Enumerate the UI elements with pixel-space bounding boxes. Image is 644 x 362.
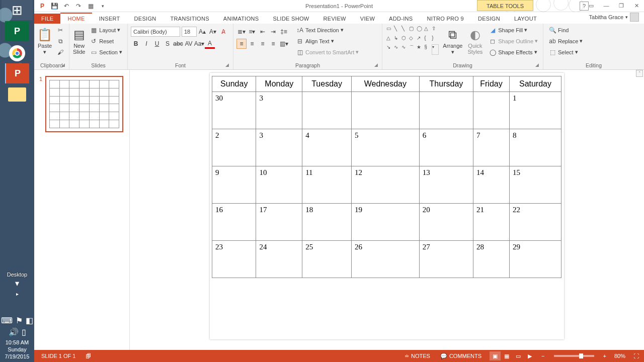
tab-slideshow[interactable]: SLIDE SHOW xyxy=(266,14,316,24)
arrange-button[interactable]: ⧉ Arrange▾ xyxy=(442,25,463,58)
calendar-cell[interactable]: 16 xyxy=(212,204,256,241)
calendar-cell[interactable]: 11 xyxy=(302,166,352,204)
slide-canvas[interactable]: SundayMondayTuesdayWednesdayThursdayFrid… xyxy=(130,70,644,350)
font-name-select[interactable]: Calibri (Body) xyxy=(131,27,180,37)
shape-outline-button[interactable]: ◻Shape Outline ▾ xyxy=(487,36,540,46)
zoom-in-button[interactable]: + xyxy=(603,353,606,359)
calendar-cell[interactable]: 29 xyxy=(509,241,561,278)
minimize-button[interactable]: — xyxy=(599,0,614,11)
calendar-cell[interactable]: 19 xyxy=(351,204,419,241)
select-button[interactable]: ⬚Select ▾ xyxy=(546,47,585,57)
quick-styles-button[interactable]: ◐ Quick Styles xyxy=(466,25,485,58)
zoom-value[interactable]: 80% xyxy=(612,353,627,359)
tab-view[interactable]: VIEW xyxy=(353,14,382,24)
qat-startshow-icon[interactable]: ▦ xyxy=(86,1,96,11)
taskbar-app-chrome[interactable] xyxy=(9,45,25,61)
shape-effects-button[interactable]: ◯Shape Effects ▾ xyxy=(487,47,540,57)
paragraph-launcher[interactable]: ◢ xyxy=(373,62,379,68)
tab-design[interactable]: DESIGN xyxy=(127,14,164,24)
paste-button[interactable]: 📋 Paste▾ xyxy=(37,25,52,58)
zoom-out-button[interactable]: − xyxy=(541,353,544,359)
text-direction-button[interactable]: ↕AText Direction ▾ xyxy=(294,25,361,35)
clipboard-launcher[interactable]: ◢ xyxy=(60,62,66,68)
taskbar-app-explorer[interactable] xyxy=(8,87,26,102)
comments-button[interactable]: 💬 COMMENTS xyxy=(438,353,484,359)
align-text-button[interactable]: ⊟Align Text ▾ xyxy=(294,36,361,46)
calendar-cell[interactable] xyxy=(302,92,352,129)
calendar-cell[interactable]: 22 xyxy=(509,204,561,241)
collapse-ribbon-button[interactable]: ˄ xyxy=(636,70,643,77)
new-slide-button[interactable]: ▤ New Slide xyxy=(72,25,86,58)
calendar-cell[interactable]: 7 xyxy=(473,129,510,166)
bold-button[interactable]: B xyxy=(131,39,141,49)
calendar-cell[interactable]: 23 xyxy=(212,241,256,278)
calendar-cell[interactable] xyxy=(351,92,419,129)
strike-button[interactable]: abc xyxy=(173,39,183,49)
underline-button[interactable]: U xyxy=(152,39,162,49)
calendar-cell[interactable]: 27 xyxy=(419,241,473,278)
tab-home[interactable]: HOME xyxy=(60,13,92,24)
shrink-font-button[interactable]: A▾ xyxy=(208,27,218,37)
tab-table-design[interactable]: DESIGN xyxy=(471,14,507,24)
calendar-header[interactable]: Monday xyxy=(256,76,302,92)
status-spell-icon[interactable]: 🗐 xyxy=(84,353,93,359)
shape-fill-button[interactable]: ◢Shape Fill ▾ xyxy=(487,25,540,35)
tray-keyboard-icon[interactable]: ⌨ xyxy=(1,316,13,325)
calendar-header[interactable]: Friday xyxy=(473,76,510,92)
slide-thumbnail-1[interactable] xyxy=(45,76,123,132)
tab-nitro[interactable]: NITRO PRO 9 xyxy=(420,14,471,24)
justify-button[interactable]: ≡ xyxy=(268,39,278,49)
calendar-cell[interactable]: 13 xyxy=(419,166,473,204)
tab-addins[interactable]: ADD-INS xyxy=(382,14,420,24)
calendar-cell[interactable]: 8 xyxy=(509,129,561,166)
view-reading-button[interactable]: ▭ xyxy=(513,351,524,360)
layout-button[interactable]: ▦Layout ▾ xyxy=(88,25,124,35)
font-size-select[interactable]: 18 xyxy=(182,27,197,37)
taskbar-app-powerpoint[interactable]: P xyxy=(5,63,29,83)
indent-dec-button[interactable]: ⇤ xyxy=(258,27,268,37)
calendar-cell[interactable]: 26 xyxy=(351,241,419,278)
calendar-header[interactable]: Sunday xyxy=(212,76,256,92)
cut-button[interactable]: ✂ xyxy=(54,25,66,35)
font-launcher[interactable]: ◢ xyxy=(224,62,230,68)
calendar-cell[interactable]: 21 xyxy=(473,204,510,241)
tray-action-icon[interactable]: ◧ xyxy=(26,316,33,325)
tab-insert[interactable]: INSERT xyxy=(92,14,127,24)
align-left-button[interactable]: ≡ xyxy=(236,39,247,49)
drawing-launcher[interactable]: ◢ xyxy=(534,62,540,68)
shapes-gallery[interactable]: ▭╲╲▢◯△⇧ △↳⬡◇↗{} ↘∿∿⌒★§▾ xyxy=(385,25,440,56)
calendar-cell[interactable]: 25 xyxy=(302,241,352,278)
qat-undo-icon[interactable]: ↶ xyxy=(61,1,71,11)
calendar-cell[interactable]: 1 xyxy=(509,92,561,129)
columns-button[interactable]: ▥▾ xyxy=(279,39,289,49)
tab-animations[interactable]: ANIMATIONS xyxy=(216,14,266,24)
qat-redo-icon[interactable]: ↷ xyxy=(73,1,84,11)
qat-save-icon[interactable]: 💾 xyxy=(49,1,59,11)
calendar-cell[interactable]: 20 xyxy=(419,204,473,241)
qat-customize-icon[interactable]: ▾ xyxy=(98,1,108,11)
align-right-button[interactable]: ≡ xyxy=(258,39,268,49)
calendar-table[interactable]: SundayMondayTuesdayWednesdayThursdayFrid… xyxy=(212,76,561,278)
tab-transitions[interactable]: TRANSITIONS xyxy=(164,14,216,24)
tab-table-layout[interactable]: LAYOUT xyxy=(507,14,544,24)
calendar-cell[interactable]: 9 xyxy=(212,166,256,204)
calendar-cell[interactable] xyxy=(419,92,473,129)
restore-button[interactable]: ❐ xyxy=(614,0,629,11)
calendar-cell[interactable]: 14 xyxy=(473,166,510,204)
calendar-cell[interactable]: 6 xyxy=(419,129,473,166)
zoom-slider[interactable] xyxy=(554,355,594,357)
format-painter-button[interactable]: 🖌 xyxy=(54,47,66,57)
calendar-header[interactable]: Wednesday xyxy=(351,76,419,92)
calendar-cell[interactable]: 18 xyxy=(302,204,352,241)
calendar-header[interactable]: Saturday xyxy=(509,76,561,92)
tab-review[interactable]: REVIEW xyxy=(316,14,353,24)
calendar-cell[interactable]: 17 xyxy=(256,204,302,241)
calendar-cell[interactable]: 4 xyxy=(302,129,352,166)
notes-button[interactable]: ≐ NOTES xyxy=(403,353,432,359)
italic-button[interactable]: I xyxy=(141,39,151,49)
calendar-cell[interactable]: 10 xyxy=(256,166,302,204)
view-normal-button[interactable]: ▣ xyxy=(490,351,501,360)
section-button[interactable]: ▭Section ▾ xyxy=(88,47,124,57)
calendar-cell[interactable]: 24 xyxy=(256,241,302,278)
spacing-button[interactable]: AV xyxy=(184,39,194,49)
